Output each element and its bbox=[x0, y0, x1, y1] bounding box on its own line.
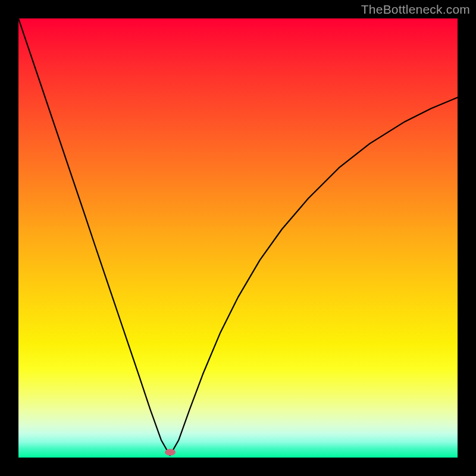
optimal-point-marker bbox=[165, 449, 176, 456]
bottleneck-curve bbox=[18, 18, 458, 458]
watermark-text: TheBottleneck.com bbox=[361, 2, 470, 17]
chart-frame: TheBottleneck.com bbox=[0, 0, 476, 476]
plot-area bbox=[18, 18, 458, 458]
